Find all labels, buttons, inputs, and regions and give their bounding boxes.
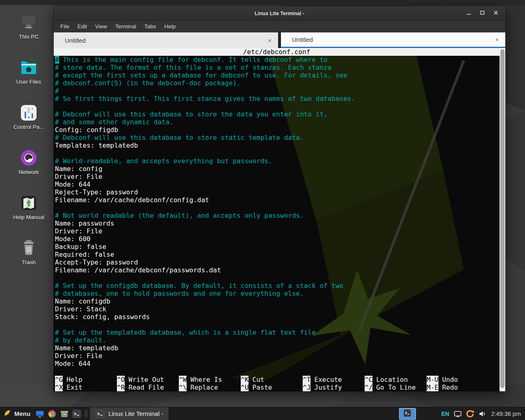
nano-line: # Set up the configdb database. By defau… [55,282,505,290]
tray-terminal-button[interactable] [399,408,416,420]
desktop-icon-label: Control Pa... [7,124,51,130]
shortcut-cut: ^KCut [241,376,303,383]
terminal-icon [95,409,105,419]
nano-line: # store data. The format of this file is… [55,64,505,71]
menu-terminal[interactable]: Terminal [112,22,139,31]
tab-close-icon[interactable]: × [268,37,272,43]
shortcut-read-file: ^RRead File [117,383,179,391]
menu-view[interactable]: View [92,22,110,31]
terminal-icon [404,409,411,418]
tab-untitled-2[interactable]: Untitled× [281,32,505,48]
shortcut-key: ^T [303,376,310,383]
maximize-icon [479,10,485,17]
shortcut-column: ^OWrite Out^RRead File [117,376,179,391]
tab-close-icon[interactable]: × [495,37,499,43]
desktop: This PCUser FilesControl Pa...NetworkHel… [0,0,525,420]
shortcut-undo: M-UUndo [427,376,458,383]
nano-line: Stack: config, passwords [55,313,505,321]
nano-line: Driver: Stack [55,305,505,313]
nano-line: Driver: File [55,173,505,180]
shortcut-label: Read File [128,383,164,391]
window-titlebar[interactable]: Linux Lite Terminal - [54,6,505,21]
desktop-icon-label: Network [7,169,51,175]
nano-line: # [55,87,505,95]
shortcut-key: ^/ [365,383,372,391]
maximize-button[interactable] [479,11,485,16]
clock[interactable]: 2:49:36 pm [491,411,521,417]
nano-line: Accept-Type: password [55,258,505,266]
shortcut-column: ^CLocation^/Go To Line [365,376,427,391]
taskbar-window-label: Linux Lite Terminal - [108,410,163,417]
nano-line: # debconf.conf(5) (in the debconf-doc pa… [55,79,505,87]
launcher-archive-icon[interactable] [59,409,69,419]
menu-file[interactable]: File [57,22,73,31]
menu-edit[interactable]: Edit [74,22,90,31]
nano-line: Config: configdb [55,126,505,134]
nano-line: # by default. [55,336,505,344]
terminal-scrollbar[interactable] [500,48,505,391]
desktop-icon-this-pc[interactable]: This PC [7,11,51,40]
tab-untitled-1[interactable]: Untitled× [54,32,278,48]
nano-line: Templates: templatedb [55,142,505,149]
nano-line [55,274,505,282]
nano-line: # So first things first. This first stan… [55,95,505,103]
shortcut-key: ^J [303,383,310,391]
desktop-icon-network[interactable]: Network [7,146,51,175]
launcher-chrome-icon[interactable] [47,409,57,419]
shortcut-label: Write Out [128,376,164,383]
trash-icon [7,236,51,257]
nano-line: Name: configdb [55,297,505,305]
shortcut-label: Go To Line [376,383,415,391]
nano-line: Name: config [55,165,505,173]
desktop-icon-user-files[interactable]: User Files [7,56,51,85]
nano-line [55,149,505,157]
shortcut-key: M-U [427,376,438,383]
tray-display-icon[interactable] [453,409,462,418]
shortcut-redo: M-ERedo [427,383,458,391]
desktop-icon-trash[interactable]: Trash [7,236,51,265]
desktop-icon-control-pa[interactable]: Control Pa... [7,101,51,130]
shortcut-label: Justify [314,383,342,391]
shortcut-label: Paste [252,383,272,391]
menu-tabs[interactable]: Tabs [141,22,160,31]
nano-line: # Debconf will use this database to stor… [55,134,505,142]
shortcut-key: ^U [241,383,249,391]
shortcut-label: Undo [442,376,458,383]
shortcut-key: ^R [117,383,125,391]
desktop-icon-help-manual[interactable]: Help Manual [7,191,51,220]
shortcut-execute: ^TExecute [303,376,365,383]
launcher-file-manager-icon[interactable] [35,409,45,419]
terminal-content[interactable]: /etc/debconf.conf GNU nano 7.2 # This is… [54,48,505,391]
nano-line: # This is the main config file for debco… [55,56,505,64]
nano-line: Reject-Type: password [55,188,505,196]
menu-button[interactable]: Menu [0,407,34,420]
launcher-terminal-icon[interactable] [72,409,82,419]
shortcut-write-out: ^OWrite Out [117,376,179,383]
tray-updates-icon[interactable] [466,409,475,418]
nano-line [55,321,505,329]
nano-line: Mode: 644 [55,360,505,368]
shortcut-paste: ^UPaste [241,383,303,391]
shortcut-key: M-E [427,383,438,391]
menu-bar: FileEditViewTerminalTabsHelp [54,21,505,32]
nano-line: Name: templatedb [55,344,505,352]
terminal-window: Linux Lite Terminal - FileEditViewTermin… [53,6,506,392]
nano-line: Mode: 600 [55,235,505,243]
shortcut-help: ^GHelp [55,376,117,383]
nano-line: Driver: File [55,227,505,235]
menu-help[interactable]: Help [161,22,179,31]
minimize-icon [466,10,472,17]
nano-line: # and some other dynamic data. [55,118,505,126]
shortcut-key: ^C [365,376,372,383]
desktop-icon-label: This PC [7,34,51,40]
nano-line [55,103,505,110]
minimize-button[interactable] [466,11,472,16]
nano-line: # World-readable, and accepts everything… [55,157,505,165]
tray-volume-icon[interactable] [478,409,487,418]
close-button[interactable] [493,11,499,16]
nano-line: # databases, one to hold passwords and o… [55,290,505,297]
keyboard-layout-indicator[interactable]: EN [441,411,449,417]
text-cursor: # [55,56,59,64]
scrollbar-thumb[interactable] [500,49,504,388]
taskbar-window-button[interactable]: Linux Lite Terminal - [89,407,169,420]
